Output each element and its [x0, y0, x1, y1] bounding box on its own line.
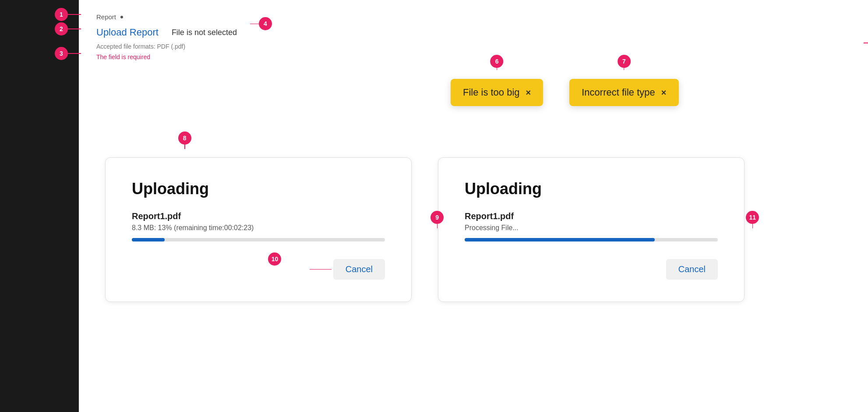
progress-bar-fill-1 — [132, 238, 165, 242]
card-progress-text-1: 8.3 MB: 13% (remaining time:00:02:23) — [132, 224, 385, 232]
card-progress-text-2: Processing File... — [465, 224, 718, 232]
accepted-formats-text: Accepted file formats: PDF (.pdf) — [96, 43, 185, 50]
breadcrumb-row: 1 Report — [96, 13, 850, 21]
progress-bar-container-1 — [132, 238, 385, 242]
annotation-3: 3 — [55, 47, 68, 60]
cancel-button-1[interactable]: Cancel — [333, 259, 385, 280]
upload-row: 2 Upload Report File is not selected 4 — [96, 27, 850, 38]
annotation-4: 4 — [259, 17, 272, 30]
annotation-11: 11 — [746, 211, 759, 224]
progress-bar-fill-2 — [465, 238, 655, 242]
card-footer-2: Cancel — [465, 259, 718, 280]
toast-message-1: File is too big — [463, 87, 520, 98]
sidebar — [0, 0, 79, 412]
card-file-name-1: Report1.pdf — [132, 211, 385, 221]
card-title-2: Uploading — [465, 180, 718, 198]
toast-close-1[interactable]: × — [526, 88, 531, 97]
annotation-8: 8 — [178, 131, 191, 145]
card-footer-1: 10 Cancel — [132, 259, 385, 280]
file-status-text: File is not selected — [172, 28, 237, 37]
annotation-10: 10 — [268, 252, 281, 266]
toast-message-2: Incorrect file type — [582, 87, 655, 98]
annotation-2: 2 — [55, 22, 68, 36]
card-title-1: Uploading — [132, 180, 385, 198]
toast-container-2: 7 Incorrect file type × — [569, 79, 678, 106]
toast-container-1: 6 File is too big × — [451, 79, 543, 106]
toast-file-too-big: File is too big × — [451, 79, 543, 106]
cancel-button-2[interactable]: Cancel — [666, 259, 718, 280]
progress-bar-container-2 — [465, 238, 718, 242]
toast-incorrect-file-type: Incorrect file type × — [569, 79, 678, 106]
required-error-text: The field is required — [96, 53, 150, 60]
upload-card-1: 8 Uploading Report1.pdf 8.3 MB: 13% (rem… — [105, 157, 412, 302]
toast-close-2[interactable]: × — [661, 88, 667, 97]
upload-card-2: Uploading Report1.pdf Processing File...… — [438, 157, 745, 302]
main-content: 1 Report 2 Upload Report File is not sel… — [79, 0, 868, 412]
annotation-1: 1 — [55, 8, 68, 21]
breadcrumb-label: Report — [96, 13, 116, 21]
annotation-6: 6 — [490, 55, 504, 68]
card-file-name-2: Report1.pdf — [465, 211, 718, 221]
upload-report-link[interactable]: Upload Report — [96, 27, 159, 38]
annotation-7: 7 — [617, 55, 631, 68]
breadcrumb-dot — [120, 16, 123, 18]
toasts-area: 6 File is too big × 7 Incorrect file typ… — [451, 79, 679, 106]
cards-area: 8 Uploading Report1.pdf 8.3 MB: 13% (rem… — [96, 157, 850, 302]
